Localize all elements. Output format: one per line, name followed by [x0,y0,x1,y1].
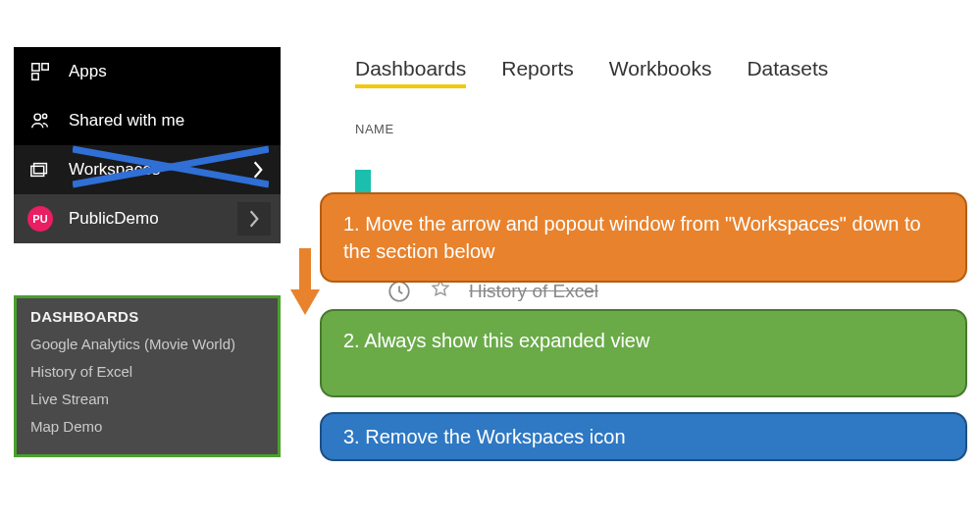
content-area: Dashboards Reports Workbooks Datasets NA… [288,57,967,136]
popout-item[interactable]: History of Excel [30,358,264,386]
nav-shared[interactable]: Shared with me [14,96,281,145]
popout-item[interactable]: Live Stream [30,386,264,413]
shared-icon [27,108,53,133]
svg-rect-6 [31,166,44,176]
nav-shared-label: Shared with me [69,111,267,130]
sidebar: Apps Shared with me Workspaces [14,47,281,243]
callout-2: 2. Always show this expanded view [320,309,967,397]
svg-rect-1 [42,64,48,70]
popout-item[interactable]: Google Analytics (Movie World) [30,331,264,358]
tab-reports[interactable]: Reports [501,57,574,88]
avatar: PU [27,206,53,232]
apps-icon [27,59,53,84]
popout-item[interactable]: Map Demo [30,413,264,441]
tab-dashboards[interactable]: Dashboards [355,57,466,88]
svg-point-4 [42,114,46,118]
row-title: History of Excel [469,281,598,302]
svg-rect-5 [34,164,47,174]
dashboards-popout: DASHBOARDS Google Analytics (Movie World… [14,295,281,457]
svg-rect-2 [32,74,38,79]
nav-workspaces[interactable]: Workspaces [14,145,281,194]
svg-rect-0 [32,64,39,71]
nav-apps[interactable]: Apps [14,47,281,96]
nav-current-workspace[interactable]: PU PublicDemo [14,194,281,243]
tab-datasets[interactable]: Datasets [747,57,828,88]
chevron-right-icon [251,159,265,185]
expand-workspace-button[interactable] [237,202,271,235]
workspaces-icon [27,157,53,183]
tab-bar: Dashboards Reports Workbooks Datasets [288,57,967,88]
nav-workspaces-label: Workspaces [69,160,267,180]
nav-apps-label: Apps [69,62,267,81]
popout-title: DASHBOARDS [30,308,264,325]
column-header-name: NAME [288,122,967,136]
callout-3: 3. Remove the Workspaces icon [320,412,967,461]
popout-list: Google Analytics (Movie World) History o… [30,331,264,441]
tab-workbooks[interactable]: Workbooks [609,57,712,88]
callout-1: 1. Move the arrow and popout window from… [320,192,967,283]
arrow-annotation [288,248,322,317]
svg-rect-10 [299,248,311,291]
svg-point-3 [34,114,40,120]
